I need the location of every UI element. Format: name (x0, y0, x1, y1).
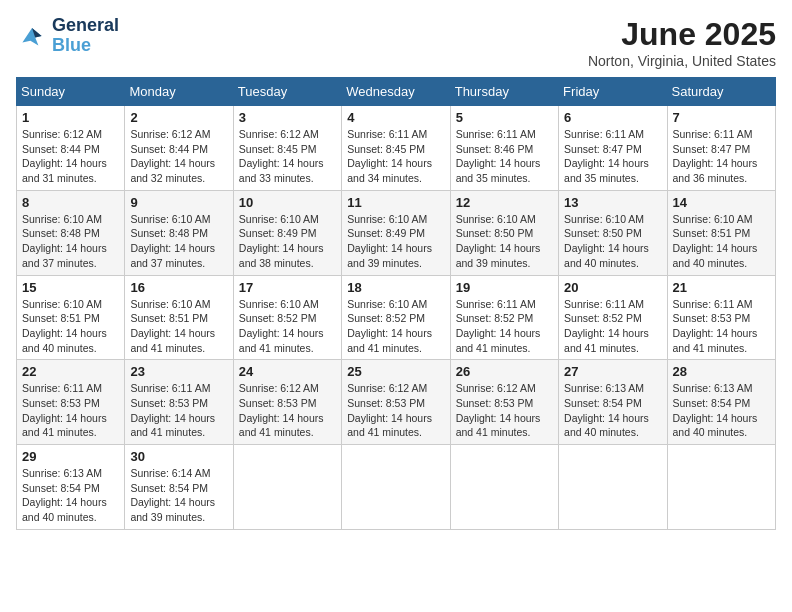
calendar-day-cell: 2Sunrise: 6:12 AM Sunset: 8:44 PM Daylig… (125, 106, 233, 191)
day-info: Sunrise: 6:10 AM Sunset: 8:52 PM Dayligh… (239, 297, 336, 356)
calendar-day-cell: 12Sunrise: 6:10 AM Sunset: 8:50 PM Dayli… (450, 190, 558, 275)
calendar-day-cell: 8Sunrise: 6:10 AM Sunset: 8:48 PM Daylig… (17, 190, 125, 275)
day-number: 29 (22, 449, 119, 464)
day-number: 28 (673, 364, 770, 379)
weekday-header-saturday: Saturday (667, 78, 775, 106)
day-number: 27 (564, 364, 661, 379)
calendar-week-row: 15Sunrise: 6:10 AM Sunset: 8:51 PM Dayli… (17, 275, 776, 360)
calendar-day-cell: 6Sunrise: 6:11 AM Sunset: 8:47 PM Daylig… (559, 106, 667, 191)
calendar-day-cell: 27Sunrise: 6:13 AM Sunset: 8:54 PM Dayli… (559, 360, 667, 445)
day-info: Sunrise: 6:11 AM Sunset: 8:53 PM Dayligh… (130, 381, 227, 440)
month-title: June 2025 (588, 16, 776, 53)
empty-cell (450, 445, 558, 530)
day-info: Sunrise: 6:11 AM Sunset: 8:52 PM Dayligh… (456, 297, 553, 356)
day-info: Sunrise: 6:11 AM Sunset: 8:47 PM Dayligh… (564, 127, 661, 186)
day-info: Sunrise: 6:10 AM Sunset: 8:52 PM Dayligh… (347, 297, 444, 356)
day-info: Sunrise: 6:11 AM Sunset: 8:45 PM Dayligh… (347, 127, 444, 186)
day-info: Sunrise: 6:14 AM Sunset: 8:54 PM Dayligh… (130, 466, 227, 525)
day-info: Sunrise: 6:12 AM Sunset: 8:44 PM Dayligh… (130, 127, 227, 186)
calendar-day-cell: 7Sunrise: 6:11 AM Sunset: 8:47 PM Daylig… (667, 106, 775, 191)
calendar-day-cell: 17Sunrise: 6:10 AM Sunset: 8:52 PM Dayli… (233, 275, 341, 360)
calendar-day-cell: 16Sunrise: 6:10 AM Sunset: 8:51 PM Dayli… (125, 275, 233, 360)
calendar-day-cell: 30Sunrise: 6:14 AM Sunset: 8:54 PM Dayli… (125, 445, 233, 530)
weekday-header-wednesday: Wednesday (342, 78, 450, 106)
day-number: 21 (673, 280, 770, 295)
day-info: Sunrise: 6:11 AM Sunset: 8:46 PM Dayligh… (456, 127, 553, 186)
day-number: 11 (347, 195, 444, 210)
calendar-day-cell: 11Sunrise: 6:10 AM Sunset: 8:49 PM Dayli… (342, 190, 450, 275)
weekday-header-friday: Friday (559, 78, 667, 106)
calendar-day-cell: 24Sunrise: 6:12 AM Sunset: 8:53 PM Dayli… (233, 360, 341, 445)
day-number: 18 (347, 280, 444, 295)
logo-icon (16, 20, 48, 52)
day-info: Sunrise: 6:11 AM Sunset: 8:53 PM Dayligh… (673, 297, 770, 356)
calendar-day-cell: 29Sunrise: 6:13 AM Sunset: 8:54 PM Dayli… (17, 445, 125, 530)
svg-marker-0 (22, 28, 41, 46)
day-number: 12 (456, 195, 553, 210)
calendar-header-row: SundayMondayTuesdayWednesdayThursdayFrid… (17, 78, 776, 106)
calendar-day-cell: 10Sunrise: 6:10 AM Sunset: 8:49 PM Dayli… (233, 190, 341, 275)
calendar-day-cell: 15Sunrise: 6:10 AM Sunset: 8:51 PM Dayli… (17, 275, 125, 360)
day-number: 17 (239, 280, 336, 295)
day-info: Sunrise: 6:13 AM Sunset: 8:54 PM Dayligh… (673, 381, 770, 440)
calendar-week-row: 1Sunrise: 6:12 AM Sunset: 8:44 PM Daylig… (17, 106, 776, 191)
day-info: Sunrise: 6:13 AM Sunset: 8:54 PM Dayligh… (22, 466, 119, 525)
calendar-day-cell: 28Sunrise: 6:13 AM Sunset: 8:54 PM Dayli… (667, 360, 775, 445)
weekday-header-sunday: Sunday (17, 78, 125, 106)
day-info: Sunrise: 6:10 AM Sunset: 8:50 PM Dayligh… (456, 212, 553, 271)
day-number: 6 (564, 110, 661, 125)
calendar-day-cell: 25Sunrise: 6:12 AM Sunset: 8:53 PM Dayli… (342, 360, 450, 445)
day-number: 10 (239, 195, 336, 210)
day-number: 25 (347, 364, 444, 379)
calendar-day-cell: 18Sunrise: 6:10 AM Sunset: 8:52 PM Dayli… (342, 275, 450, 360)
day-info: Sunrise: 6:11 AM Sunset: 8:53 PM Dayligh… (22, 381, 119, 440)
day-number: 3 (239, 110, 336, 125)
day-info: Sunrise: 6:11 AM Sunset: 8:47 PM Dayligh… (673, 127, 770, 186)
weekday-header-tuesday: Tuesday (233, 78, 341, 106)
day-number: 16 (130, 280, 227, 295)
day-info: Sunrise: 6:13 AM Sunset: 8:54 PM Dayligh… (564, 381, 661, 440)
calendar-day-cell: 22Sunrise: 6:11 AM Sunset: 8:53 PM Dayli… (17, 360, 125, 445)
day-number: 20 (564, 280, 661, 295)
day-info: Sunrise: 6:11 AM Sunset: 8:52 PM Dayligh… (564, 297, 661, 356)
day-number: 4 (347, 110, 444, 125)
calendar-table: SundayMondayTuesdayWednesdayThursdayFrid… (16, 77, 776, 530)
day-number: 13 (564, 195, 661, 210)
empty-cell (233, 445, 341, 530)
day-info: Sunrise: 6:10 AM Sunset: 8:49 PM Dayligh… (239, 212, 336, 271)
calendar-day-cell: 3Sunrise: 6:12 AM Sunset: 8:45 PM Daylig… (233, 106, 341, 191)
calendar-day-cell: 13Sunrise: 6:10 AM Sunset: 8:50 PM Dayli… (559, 190, 667, 275)
day-info: Sunrise: 6:10 AM Sunset: 8:50 PM Dayligh… (564, 212, 661, 271)
calendar-day-cell: 5Sunrise: 6:11 AM Sunset: 8:46 PM Daylig… (450, 106, 558, 191)
day-number: 8 (22, 195, 119, 210)
day-number: 5 (456, 110, 553, 125)
day-number: 19 (456, 280, 553, 295)
day-info: Sunrise: 6:10 AM Sunset: 8:51 PM Dayligh… (130, 297, 227, 356)
logo: GeneralBlue (16, 16, 119, 56)
day-number: 22 (22, 364, 119, 379)
day-info: Sunrise: 6:10 AM Sunset: 8:51 PM Dayligh… (673, 212, 770, 271)
calendar-day-cell: 14Sunrise: 6:10 AM Sunset: 8:51 PM Dayli… (667, 190, 775, 275)
calendar-day-cell: 1Sunrise: 6:12 AM Sunset: 8:44 PM Daylig… (17, 106, 125, 191)
calendar-week-row: 8Sunrise: 6:10 AM Sunset: 8:48 PM Daylig… (17, 190, 776, 275)
day-info: Sunrise: 6:12 AM Sunset: 8:53 PM Dayligh… (347, 381, 444, 440)
day-number: 9 (130, 195, 227, 210)
day-info: Sunrise: 6:12 AM Sunset: 8:44 PM Dayligh… (22, 127, 119, 186)
page-header: GeneralBlue June 2025 Norton, Virginia, … (16, 16, 776, 69)
day-number: 7 (673, 110, 770, 125)
day-info: Sunrise: 6:10 AM Sunset: 8:48 PM Dayligh… (130, 212, 227, 271)
day-number: 1 (22, 110, 119, 125)
day-info: Sunrise: 6:12 AM Sunset: 8:53 PM Dayligh… (456, 381, 553, 440)
calendar-day-cell: 20Sunrise: 6:11 AM Sunset: 8:52 PM Dayli… (559, 275, 667, 360)
day-number: 24 (239, 364, 336, 379)
empty-cell (559, 445, 667, 530)
logo-text: GeneralBlue (52, 16, 119, 56)
weekday-header-thursday: Thursday (450, 78, 558, 106)
day-info: Sunrise: 6:12 AM Sunset: 8:53 PM Dayligh… (239, 381, 336, 440)
day-number: 2 (130, 110, 227, 125)
calendar-day-cell: 9Sunrise: 6:10 AM Sunset: 8:48 PM Daylig… (125, 190, 233, 275)
day-number: 30 (130, 449, 227, 464)
calendar-day-cell: 4Sunrise: 6:11 AM Sunset: 8:45 PM Daylig… (342, 106, 450, 191)
calendar-day-cell: 23Sunrise: 6:11 AM Sunset: 8:53 PM Dayli… (125, 360, 233, 445)
calendar-week-row: 22Sunrise: 6:11 AM Sunset: 8:53 PM Dayli… (17, 360, 776, 445)
